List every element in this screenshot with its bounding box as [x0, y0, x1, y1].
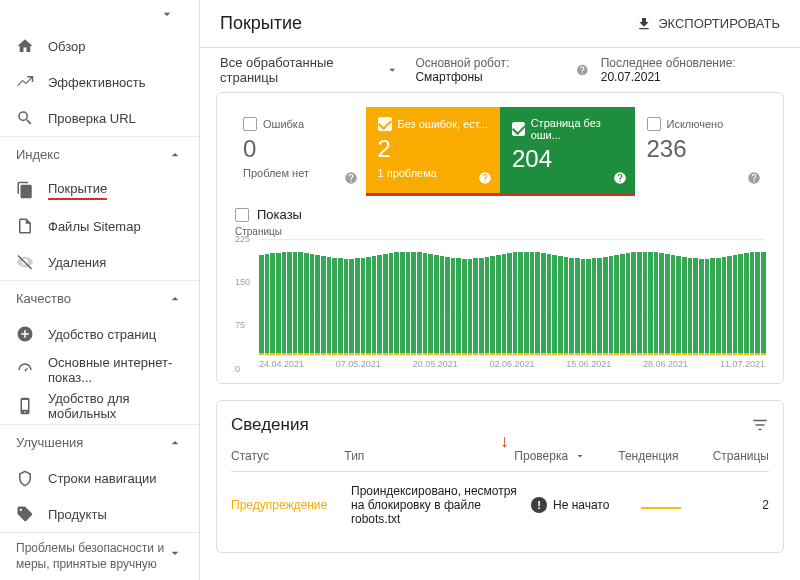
chevron-down-icon — [385, 62, 400, 78]
updated-label: Последнее обновление: 20.07.2021 — [601, 56, 780, 84]
mobile-icon — [16, 397, 34, 415]
remove-icon — [16, 253, 34, 271]
details-title: Сведения — [231, 415, 309, 435]
section-title: Улучшения — [16, 435, 83, 450]
col-status[interactable]: Статус — [231, 449, 344, 463]
checkbox-icon — [647, 117, 661, 131]
tab-value: 2 — [378, 135, 489, 163]
section-title: Проблемы безопасности и меры, принятые в… — [16, 541, 167, 572]
tab-value: 236 — [647, 135, 758, 163]
speed-icon — [16, 361, 34, 379]
chart-bars — [259, 239, 765, 355]
sidebar-label: Файлы Sitemap — [48, 219, 141, 234]
page-header: Покрытие ЭКСПОРТИРОВАТЬ — [200, 0, 800, 48]
help-icon[interactable] — [613, 171, 627, 185]
sort-down-icon — [574, 450, 586, 462]
sidebar-item-performance[interactable]: Эффективность — [0, 64, 199, 100]
col-check[interactable]: Проверка — [514, 449, 618, 463]
robot-label: Основной робот: Смартфоны — [415, 56, 564, 84]
sidebar-section-index[interactable]: Индекс — [0, 136, 199, 172]
sidebar-item-coverage[interactable]: Покрытие — [0, 172, 199, 208]
search-icon — [16, 109, 34, 127]
checkbox-icon — [235, 208, 249, 222]
sitemap-icon — [16, 217, 34, 235]
chevron-down-icon — [159, 6, 175, 22]
chevron-down-icon — [167, 545, 183, 561]
help-icon[interactable] — [747, 171, 761, 185]
sidebar-label: Эффективность — [48, 75, 146, 90]
sidebar-item-removals[interactable]: Удаления — [0, 244, 199, 280]
chevron-up-icon — [167, 291, 183, 307]
sidebar-label: Удобство страниц — [48, 327, 156, 342]
yaxis-title: Страницы — [235, 226, 769, 237]
help-icon[interactable] — [576, 63, 589, 77]
tab-excluded[interactable]: Исключено 236 — [635, 107, 770, 193]
sidebar-label: Строки навигации — [48, 471, 157, 486]
annotation-arrow-icon: ↓ — [500, 431, 509, 452]
tab-error[interactable]: Ошибка 0 Проблем нет — [231, 107, 366, 193]
sidebar-label: Удаления — [48, 255, 106, 270]
col-type[interactable]: Тип — [344, 449, 514, 463]
sidebar-item-breadcrumbs[interactable]: Строки навигации — [0, 460, 199, 496]
checkbox-icon — [243, 117, 257, 131]
cell-status: Предупреждение — [231, 498, 351, 512]
filter-icon[interactable] — [751, 416, 769, 434]
details-table: ↓ Статус Тип Проверка Тенденция Страницы… — [231, 449, 769, 538]
chart-xaxis: 24.04.202107.05.202120.05.202102.06.2021… — [259, 359, 765, 369]
sidebar-item-page-experience[interactable]: Удобство страниц — [0, 316, 199, 352]
chevron-up-icon — [167, 147, 183, 163]
sidebar-label: Основные интернет-показ... — [48, 355, 183, 385]
page-title: Покрытие — [220, 13, 302, 34]
section-title: Качество — [16, 291, 71, 306]
details-card: Сведения ↓ Статус Тип Проверка Тенденция… — [216, 400, 784, 553]
sidebar-item-mobile[interactable]: Удобство для мобильных — [0, 388, 199, 424]
tag-icon — [16, 505, 34, 523]
tab-value: 204 — [512, 145, 623, 173]
sidebar-label: Продукты — [48, 507, 107, 522]
coverage-card: Ошибка 0 Проблем нет Без ошибок, ест... … — [216, 92, 784, 384]
page-filter-dropdown[interactable]: Все обработанные страницы — [220, 55, 399, 85]
sidebar-item-products[interactable]: Продукты — [0, 496, 199, 532]
sidebar-label: Проверка URL — [48, 111, 136, 126]
tab-valid[interactable]: Страница без оши... 204 — [500, 107, 635, 193]
col-pages[interactable]: Страницы — [713, 449, 769, 463]
download-icon — [636, 16, 652, 32]
sidebar-section-quality[interactable]: Качество — [0, 280, 199, 316]
trend-line-icon — [641, 507, 681, 509]
cell-type: Проиндексировано, несмотря на блокировку… — [351, 484, 531, 526]
home-icon — [16, 37, 34, 55]
export-button[interactable]: ЭКСПОРТИРОВАТЬ — [636, 16, 780, 32]
tab-sub: 1 проблема — [378, 167, 489, 179]
doc-icon — [16, 181, 34, 199]
tab-warning[interactable]: Без ошибок, ест... 2 1 проблема — [366, 107, 501, 193]
help-icon[interactable] — [344, 171, 358, 185]
dropdown-label: Все обработанные страницы — [220, 55, 379, 85]
sidebar-label: Обзор — [48, 39, 86, 54]
sidebar-section-improvements[interactable]: Улучшения — [0, 424, 199, 460]
sidebar-item-sitemaps[interactable]: Файлы Sitemap — [0, 208, 199, 244]
col-trend[interactable]: Тенденция — [618, 449, 712, 463]
impressions-toggle[interactable]: Показы — [235, 207, 769, 222]
coverage-chart: 225 150 75 0 24.04.202107.05.202120.05.2… — [235, 239, 765, 369]
export-label: ЭКСПОРТИРОВАТЬ — [658, 16, 780, 31]
breadcrumb-icon — [16, 469, 34, 487]
plus-circle-icon — [16, 325, 34, 343]
sidebar-item-overview[interactable]: Обзор — [0, 28, 199, 64]
tab-value: 0 — [243, 135, 354, 163]
property-selector[interactable] — [0, 0, 199, 28]
section-title: Индекс — [16, 147, 60, 162]
shows-label: Показы — [257, 207, 302, 222]
sidebar-section-security[interactable]: Проблемы безопасности и меры, принятые в… — [0, 532, 199, 580]
chevron-up-icon — [167, 435, 183, 451]
cell-check: !Не начато — [531, 497, 641, 513]
sidebar-item-cwv[interactable]: Основные интернет-показ... — [0, 352, 199, 388]
sidebar-label: Покрытие — [48, 181, 107, 200]
table-row[interactable]: Предупреждение Проиндексировано, несмотр… — [231, 472, 769, 538]
table-header: ↓ Статус Тип Проверка Тенденция Страницы — [231, 449, 769, 472]
cell-pages: 2 — [741, 498, 769, 512]
sidebar-label: Удобство для мобильных — [48, 391, 183, 421]
subheader: Все обработанные страницы Основной робот… — [200, 48, 800, 92]
sidebar: Обзор Эффективность Проверка URL Индекс … — [0, 0, 200, 580]
help-icon[interactable] — [478, 171, 492, 185]
sidebar-item-url-inspect[interactable]: Проверка URL — [0, 100, 199, 136]
